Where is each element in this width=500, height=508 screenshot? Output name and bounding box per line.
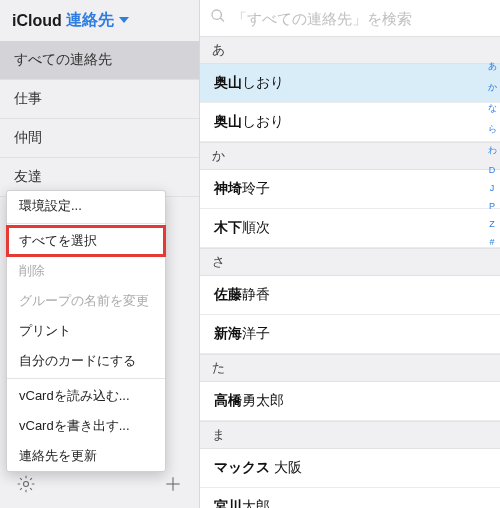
contact-row[interactable]: マックス 大阪	[200, 449, 500, 488]
section-header: あ	[200, 36, 500, 64]
contact-given: 静香	[242, 286, 270, 302]
contact-family: 高橋	[214, 392, 242, 408]
contact-row[interactable]: 佐藤静香	[200, 276, 500, 315]
section-header: か	[200, 142, 500, 170]
sidebar: iCloud 連絡先 すべての連絡先仕事仲間友達 環境設定... すべてを選択 …	[0, 0, 200, 508]
sidebar-header[interactable]: iCloud 連絡先	[0, 0, 199, 41]
index-letter[interactable]: #	[486, 237, 498, 247]
contact-family: 宮川	[214, 498, 242, 508]
chevron-down-icon	[118, 12, 130, 30]
contact-given: 大阪	[270, 459, 302, 475]
contact-family: 奥山	[214, 74, 242, 90]
index-letter[interactable]: あ	[486, 60, 498, 73]
contact-given: 太郎	[242, 498, 270, 508]
index-letter[interactable]: D	[486, 165, 498, 175]
contact-row[interactable]: 高橋勇太郎	[200, 382, 500, 421]
brand-label: iCloud	[12, 12, 62, 30]
index-letter[interactable]: Z	[486, 219, 498, 229]
contact-family: 木下	[214, 219, 242, 235]
search-input[interactable]	[232, 10, 490, 27]
menu-import-vcard[interactable]: vCardを読み込む...	[7, 381, 165, 411]
contact-family: 奥山	[214, 113, 242, 129]
contact-list: あ奥山しおり奥山しおりか神埼玲子木下順次さ佐藤静香新海洋子た高橋勇太郎まマックス…	[200, 36, 500, 508]
menu-rename-group: グループの名前を変更	[7, 286, 165, 316]
group-list: すべての連絡先仕事仲間友達	[0, 41, 199, 197]
svg-point-0	[24, 482, 29, 487]
contact-row[interactable]: 奥山しおり	[200, 103, 500, 142]
contact-family: 新海	[214, 325, 242, 341]
header-title: 連絡先	[66, 10, 114, 31]
contact-given: 順次	[242, 219, 270, 235]
contact-given: 玲子	[242, 180, 270, 196]
gear-icon[interactable]	[16, 474, 36, 498]
contact-family: 佐藤	[214, 286, 242, 302]
group-item[interactable]: 仲間	[0, 119, 199, 158]
section-header: た	[200, 354, 500, 382]
menu-refresh[interactable]: 連絡先を更新	[7, 441, 165, 471]
contact-given: しおり	[242, 74, 284, 90]
search-icon	[210, 8, 226, 28]
group-item[interactable]: すべての連絡先	[0, 41, 199, 80]
menu-export-vcard[interactable]: vCardを書き出す...	[7, 411, 165, 441]
contact-given: 勇太郎	[242, 392, 284, 408]
main-panel: あ奥山しおり奥山しおりか神埼玲子木下順次さ佐藤静香新海洋子た高橋勇太郎まマックス…	[200, 0, 500, 508]
contact-given: しおり	[242, 113, 284, 129]
contact-given: 洋子	[242, 325, 270, 341]
index-letter[interactable]: J	[486, 183, 498, 193]
index-letter[interactable]: な	[486, 102, 498, 115]
index-letter[interactable]: ら	[486, 123, 498, 136]
contact-family: マックス	[214, 459, 270, 475]
menu-make-my-card[interactable]: 自分のカードにする	[7, 346, 165, 376]
contact-row[interactable]: 木下順次	[200, 209, 500, 248]
group-item[interactable]: 仕事	[0, 80, 199, 119]
add-icon[interactable]	[163, 474, 183, 498]
contact-row[interactable]: 奥山しおり	[200, 64, 500, 103]
menu-prefs[interactable]: 環境設定...	[7, 191, 165, 221]
section-header: さ	[200, 248, 500, 276]
contact-row[interactable]: 神埼玲子	[200, 170, 500, 209]
menu-select-all[interactable]: すべてを選択	[7, 226, 165, 256]
contact-family: 神埼	[214, 180, 242, 196]
index-letter[interactable]: か	[486, 81, 498, 94]
section-header: ま	[200, 421, 500, 449]
menu-print[interactable]: プリント	[7, 316, 165, 346]
index-strip: あかならわDJPZ#	[486, 60, 498, 247]
contact-row[interactable]: 新海洋子	[200, 315, 500, 354]
sidebar-footer	[0, 466, 199, 508]
index-letter[interactable]: わ	[486, 144, 498, 157]
search-bar	[200, 0, 500, 36]
menu-delete: 削除	[7, 256, 165, 286]
index-letter[interactable]: P	[486, 201, 498, 211]
contact-row[interactable]: 宮川太郎	[200, 488, 500, 508]
context-menu: 環境設定... すべてを選択 削除 グループの名前を変更 プリント 自分のカード…	[6, 190, 166, 472]
